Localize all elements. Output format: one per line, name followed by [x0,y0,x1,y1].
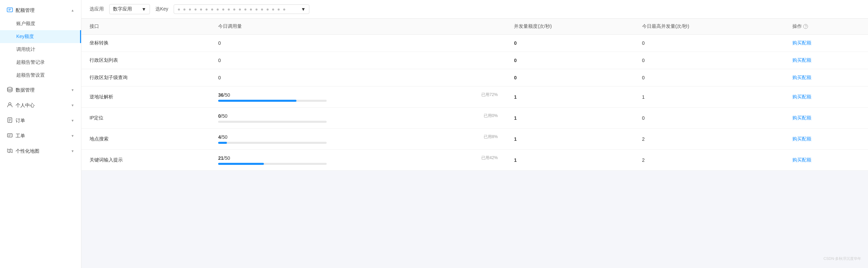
sidebar-group-personal-label: 个人中心 [16,102,35,109]
map-icon [7,148,13,155]
sidebar-group-custom-map: 个性化地图 [0,144,81,158]
sidebar-group-data-label: 数据管理 [16,87,35,93]
table-container: 接口 今日调用量 并发量额度(次/秒) 今日最高并发量(次/秒) 操作 [81,19,868,171]
cell-max-concurrency: 2 [634,129,785,150]
data-icon [7,87,13,94]
cell-today-calls: 0/50已用0% [210,108,506,129]
progress-bar [218,100,296,102]
sidebar-group-data-header[interactable]: 数据管理 [0,83,81,97]
buy-quota-link[interactable]: 购买配额 [792,57,811,63]
table-row: 逆地址解析36/50已用72%11购买配额 [81,87,868,108]
svg-rect-0 [7,8,13,12]
person-icon [7,102,13,109]
sidebar-item-key-quota[interactable]: Key额度 [0,30,81,43]
cell-action: 购买配额 [784,129,868,150]
sidebar-group-workorder-label: 工单 [16,133,25,139]
sidebar-item-call-stats[interactable]: 调用统计 [0,43,81,56]
cell-action: 购买配额 [784,35,868,52]
quota-icon [7,7,13,14]
svg-rect-9 [7,134,12,137]
sidebar-item-over-alert-setting[interactable]: 超额告警设置 [0,69,81,82]
table-row: 行政区划列表000购买配额 [81,52,868,69]
chevron-down-icon-personal [71,103,74,107]
cell-max-concurrency: 0 [634,52,785,69]
filter-bar: 选应用 数字应用 ▼ 选Key ● ● ● ● ● ● ● ● ● ● ● ● … [81,0,868,19]
buy-quota-link[interactable]: 购买配额 [792,40,811,45]
app-select-chevron: ▼ [141,6,146,12]
chevron-down-icon-workorder [71,134,74,138]
key-filter-label: 选Key [155,6,168,12]
cell-action: 购买配额 [784,87,868,108]
table-row: 地点搜索4/50已用8%12购买配额 [81,129,868,150]
cell-max-concurrency: 1 [634,87,785,108]
progress-bar-container [218,121,327,123]
cell-concurrency: 1 [506,108,634,129]
cell-max-concurrency: 0 [634,108,785,129]
key-select-value: ● ● ● ● ● ● ● ● ● ● ● ● ● ● ● ● ● ● ● ● [177,6,286,12]
cell-today-calls: 0 [210,35,506,52]
cell-interface: 关键词输入提示 [81,150,210,171]
cell-interface: IP定位 [81,108,210,129]
table-row: 关键词输入提示21/50已用42%12购买配额 [81,150,868,171]
progress-bar [218,163,264,165]
app-select[interactable]: 数字应用 ▼ [109,4,150,14]
chevron-down-icon [71,88,74,92]
table-row: 坐标转换000购买配额 [81,35,868,52]
progress-bar-container [218,163,327,165]
chevron-up-icon [71,8,74,12]
cell-action: 购买配额 [784,69,868,87]
sidebar-group-personal-header[interactable]: 个人中心 [0,98,81,112]
cell-action: 购买配额 [784,108,868,129]
progress-bar [218,142,227,144]
quota-table: 接口 今日调用量 并发量额度(次/秒) 今日最高并发量(次/秒) 操作 [81,19,868,171]
cell-interface: 行政区划列表 [81,52,210,69]
buy-quota-link[interactable]: 购买配额 [792,157,811,162]
sidebar-group-data: 数据管理 [0,83,81,97]
cell-max-concurrency: 2 [634,150,785,171]
cell-max-concurrency: 0 [634,35,785,52]
buy-quota-link[interactable]: 购买配额 [792,136,811,141]
workorder-icon [7,132,13,139]
cell-concurrency: 1 [506,129,634,150]
col-interface: 接口 [81,19,210,35]
progress-bar-container [218,100,327,102]
app-filter-label: 选应用 [90,6,104,12]
cell-action: 购买配额 [784,150,868,171]
sidebar-group-order-label: 订单 [16,118,25,124]
sidebar-group-quota: 配额管理 账户额度 Key额度 调用统计 超额告警记录 超额告警设置 [0,3,81,82]
buy-quota-link[interactable]: 购买配额 [792,115,811,120]
col-concurrency: 并发量额度(次/秒) [506,19,634,35]
progress-bar-container [218,142,327,144]
sidebar-group-order: 订单 [0,114,81,128]
cell-max-concurrency: 0 [634,69,785,87]
sidebar-item-account-quota[interactable]: 账户额度 [0,17,81,30]
cell-concurrency: 0 [506,52,634,69]
app-select-value: 数字应用 [113,6,132,12]
table-row: IP定位0/50已用0%10购买配额 [81,108,868,129]
sidebar-group-quota-label: 配额管理 [16,7,35,14]
operation-help-icon[interactable]: ? [803,24,808,29]
sidebar-group-quota-header[interactable]: 配额管理 [0,3,81,17]
cell-today-calls: 0 [210,52,506,69]
sidebar-item-over-alert-log[interactable]: 超额告警记录 [0,56,81,69]
cell-concurrency: 0 [506,35,634,52]
cell-interface: 行政区划子级查询 [81,69,210,87]
col-max-concurrency: 今日最高并发量(次/秒) [634,19,785,35]
key-select[interactable]: ● ● ● ● ● ● ● ● ● ● ● ● ● ● ● ● ● ● ● ● … [174,4,309,14]
sidebar-group-workorder: 工单 [0,129,81,143]
chevron-down-icon-order [71,119,74,122]
chevron-down-icon-map [71,149,74,153]
sidebar-group-custom-map-label: 个性化地图 [16,148,39,154]
order-icon [7,117,13,124]
sidebar-group-personal: 个人中心 [0,98,81,112]
buy-quota-link[interactable]: 购买配额 [792,75,811,80]
sidebar-group-custom-map-header[interactable]: 个性化地图 [0,144,81,158]
table-header-row: 接口 今日调用量 并发量额度(次/秒) 今日最高并发量(次/秒) 操作 [81,19,868,35]
sidebar-group-order-header[interactable]: 订单 [0,114,81,128]
sidebar: 配额管理 账户额度 Key额度 调用统计 超额告警记录 超额告警设置 [0,0,81,268]
table-row: 行政区划子级查询000购买配额 [81,69,868,87]
buy-quota-link[interactable]: 购买配额 [792,94,811,99]
cell-interface: 坐标转换 [81,35,210,52]
sidebar-group-workorder-header[interactable]: 工单 [0,129,81,143]
cell-action: 购买配额 [784,52,868,69]
